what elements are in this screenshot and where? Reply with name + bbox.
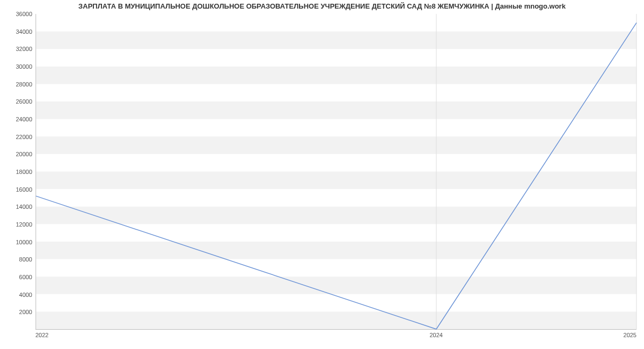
y-tick-label: 32000: [16, 46, 32, 52]
y-tick-label: 22000: [16, 134, 32, 140]
y-tick-label: 36000: [16, 11, 32, 17]
plot-svg: [36, 14, 636, 329]
y-tick-label: 12000: [16, 221, 32, 228]
svg-rect-6: [36, 101, 636, 119]
svg-rect-8: [36, 32, 636, 49]
chart-title: ЗАРПЛАТА В МУНИЦИПАЛЬНОЕ ДОШКОЛЬНОЕ ОБРА…: [0, 0, 644, 10]
y-tick-label: 16000: [16, 186, 32, 193]
y-tick-label: 4000: [19, 292, 32, 298]
plot-area: [35, 14, 636, 330]
y-axis-ticks: 2000400060008000100001200014000160001800…: [0, 14, 34, 330]
y-tick-label: 6000: [19, 274, 32, 280]
svg-rect-5: [36, 136, 636, 154]
line-chart: ЗАРПЛАТА В МУНИЦИПАЛЬНОЕ ДОШКОЛЬНОЕ ОБРА…: [0, 0, 644, 349]
y-tick-label: 8000: [19, 256, 32, 263]
y-tick-label: 30000: [16, 63, 32, 70]
y-tick-label: 34000: [16, 28, 32, 35]
y-tick-label: 14000: [16, 203, 32, 210]
y-tick-label: 18000: [16, 169, 32, 175]
svg-rect-0: [36, 311, 636, 329]
svg-rect-7: [36, 67, 636, 84]
x-axis-ticks: 202220242025: [35, 332, 636, 343]
x-tick-label: 2022: [35, 332, 48, 338]
svg-rect-2: [36, 242, 636, 259]
y-tick-label: 10000: [16, 239, 32, 245]
x-tick-label: 2024: [429, 332, 442, 338]
y-tick-label: 2000: [19, 309, 32, 315]
y-tick-label: 20000: [16, 151, 32, 157]
x-tick-label: 2025: [624, 332, 636, 338]
y-tick-label: 24000: [16, 116, 32, 122]
svg-rect-4: [36, 172, 636, 190]
y-tick-label: 26000: [16, 98, 32, 105]
svg-rect-1: [36, 277, 636, 294]
y-tick-label: 28000: [16, 81, 32, 88]
svg-rect-3: [36, 207, 636, 224]
